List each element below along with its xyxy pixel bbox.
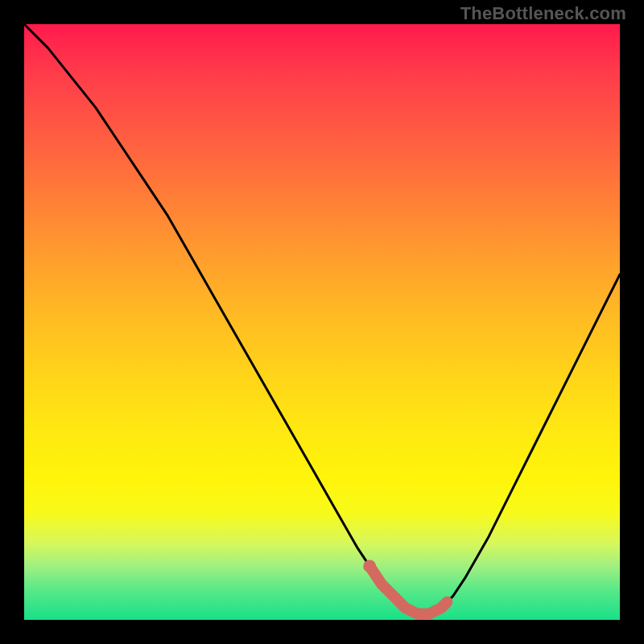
highlight-start-dot xyxy=(363,559,376,572)
plot-area xyxy=(24,24,620,620)
chart-container: TheBottleneck.com xyxy=(0,0,644,644)
watermark-text: TheBottleneck.com xyxy=(460,3,626,24)
highlight-segment xyxy=(369,566,447,613)
curve-layer xyxy=(24,24,620,620)
bottleneck-curve xyxy=(24,24,620,614)
